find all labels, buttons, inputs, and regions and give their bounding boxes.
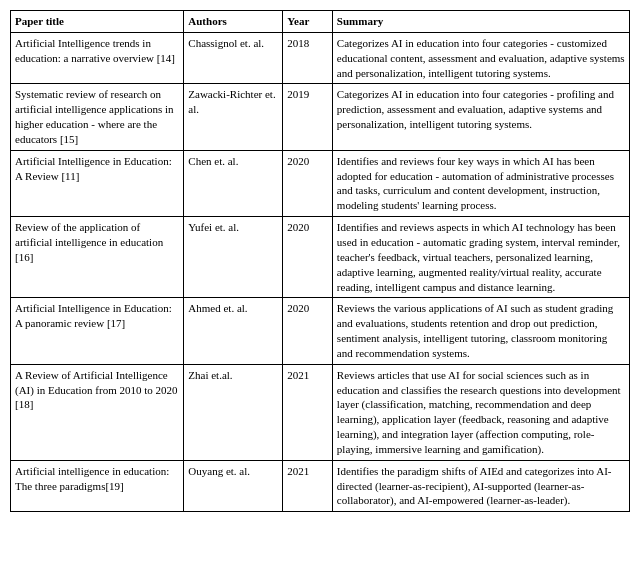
cell-year: 2021 — [283, 460, 333, 512]
cell-authors: Chen et. al. — [184, 150, 283, 216]
cell-year: 2020 — [283, 217, 333, 298]
cell-authors: Zhai et.al. — [184, 364, 283, 460]
cell-authors: Chassignol et. al. — [184, 32, 283, 84]
cell-summary: Identifies the paradigm shifts of AIEd a… — [332, 460, 629, 512]
header-authors: Authors — [184, 11, 283, 33]
header-summary: Summary — [332, 11, 629, 33]
header-year: Year — [283, 11, 333, 33]
cell-year: 2020 — [283, 298, 333, 364]
cell-title: A Review of Artificial Intelligence (AI)… — [11, 364, 184, 460]
cell-title: Artificial intelligence in education: Th… — [11, 460, 184, 512]
table-row: Artificial Intelligence in Education: A … — [11, 150, 630, 216]
table-row: Review of the application of artificial … — [11, 217, 630, 298]
cell-summary: Identifies and reviews four key ways in … — [332, 150, 629, 216]
cell-title: Artificial Intelligence in Education: A … — [11, 150, 184, 216]
cell-authors: Ahmed et. al. — [184, 298, 283, 364]
cell-year: 2019 — [283, 84, 333, 150]
cell-title: Artificial Intelligence in Education: A … — [11, 298, 184, 364]
cell-summary: Reviews articles that use AI for social … — [332, 364, 629, 460]
cell-year: 2018 — [283, 32, 333, 84]
cell-title: Artificial Intelligence trends in educat… — [11, 32, 184, 84]
cell-summary: Categorizes AI in education into four ca… — [332, 32, 629, 84]
cell-authors: Zawacki-Richter et. al. — [184, 84, 283, 150]
cell-authors: Ouyang et. al. — [184, 460, 283, 512]
cell-year: 2021 — [283, 364, 333, 460]
table-row: A Review of Artificial Intelligence (AI)… — [11, 364, 630, 460]
cell-summary: Reviews the various applications of AI s… — [332, 298, 629, 364]
cell-authors: Yufei et. al. — [184, 217, 283, 298]
table-row: Systematic review of research on artific… — [11, 84, 630, 150]
table-row: Artificial Intelligence trends in educat… — [11, 32, 630, 84]
cell-title: Review of the application of artificial … — [11, 217, 184, 298]
table-header-row: Paper title Authors Year Summary — [11, 11, 630, 33]
cell-year: 2020 — [283, 150, 333, 216]
cell-summary: Categorizes AI in education into four ca… — [332, 84, 629, 150]
table-row: Artificial Intelligence in Education: A … — [11, 298, 630, 364]
header-title: Paper title — [11, 11, 184, 33]
cell-summary: Identifies and reviews aspects in which … — [332, 217, 629, 298]
table-row: Artificial intelligence in education: Th… — [11, 460, 630, 512]
cell-title: Systematic review of research on artific… — [11, 84, 184, 150]
